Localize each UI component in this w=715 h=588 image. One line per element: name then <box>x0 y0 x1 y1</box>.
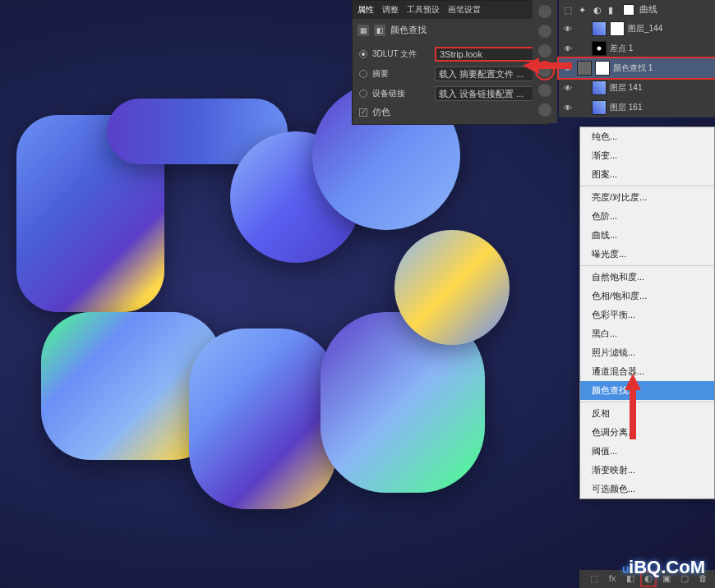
tab-tool-presets[interactable]: 工具预设 <box>407 4 440 16</box>
artwork-shape <box>394 230 510 345</box>
layer-name: 图层_144 <box>628 23 712 34</box>
layer-row[interactable]: 👁差点 1 <box>559 39 715 58</box>
radio-device[interactable] <box>359 90 367 98</box>
swatch-icon[interactable] <box>538 5 551 18</box>
layer-label: 曲线 <box>639 3 657 16</box>
adj-menu-item[interactable]: 颜色查找... <box>580 381 714 400</box>
layer-thumb <box>592 80 607 95</box>
select-3dlut[interactable]: 3Strip.look <box>435 47 542 62</box>
link-icon[interactable]: ⬚ <box>564 5 574 15</box>
tab-brush-settings[interactable]: 画笔设置 <box>448 4 481 16</box>
radio-3dlut[interactable] <box>359 50 367 58</box>
lock-icon[interactable]: ✦ <box>579 5 588 15</box>
visibility-icon[interactable]: 👁 <box>562 84 574 93</box>
lock-icon[interactable]: ◐ <box>593 5 603 15</box>
visibility-icon[interactable]: 👁 <box>562 44 574 53</box>
swatch-icon[interactable] <box>538 25 551 38</box>
adj-menu-item[interactable]: 色彩平衡... <box>580 305 714 324</box>
adj-menu-item[interactable]: 图案... <box>580 165 714 184</box>
properties-panel: 属性 调整 工具预设 画笔设置 ▸≡ ▦ ◧ 颜色查找 3DLUT 文件 3St… <box>352 0 549 125</box>
layer-thumb <box>592 21 607 36</box>
artwork-shape <box>189 328 337 509</box>
radio-abstract[interactable] <box>359 70 367 78</box>
properties-title: 颜色查找 <box>390 24 427 36</box>
layer-mask-thumb <box>595 61 610 76</box>
adj-menu-item[interactable]: 照片滤镜... <box>580 343 714 362</box>
tab-adjustments[interactable]: 调整 <box>382 4 399 16</box>
label-abstract: 摘要 <box>372 68 430 80</box>
layer-name: 图层 141 <box>610 82 712 94</box>
swatch-icon[interactable] <box>538 103 551 117</box>
properties-title-row: ▦ ◧ 颜色查找 <box>353 19 548 41</box>
layer-row[interactable]: 👁图层 161 <box>559 98 715 117</box>
swatch-icon[interactable] <box>538 84 551 97</box>
label-dither: 仿色 <box>372 106 390 118</box>
checkbox-dither[interactable]: ✓ <box>359 108 367 117</box>
adj-menu-item[interactable]: 通道混合器... <box>580 362 714 381</box>
properties-tabs: 属性 调整 工具预设 画笔设置 ▸≡ <box>353 1 548 19</box>
fx-icon[interactable]: fx <box>607 573 618 585</box>
link-icon[interactable]: ⬚ <box>588 573 600 585</box>
adj-menu-item[interactable]: 纯色... <box>580 127 714 146</box>
side-icon-strip <box>533 0 557 123</box>
layer-row[interactable]: 👁图层_144 <box>559 19 715 39</box>
layer-list: 👁图层_144👁差点 1👁颜色查找 1👁图层 141👁图层 161 <box>559 19 715 117</box>
adj-menu-item[interactable]: 曝光度... <box>580 245 714 264</box>
layer-thumb <box>592 100 607 115</box>
label-device: 设备链接 <box>372 88 430 99</box>
layer-thumb <box>577 61 592 76</box>
adj-menu-item[interactable]: 反相 <box>580 404 714 423</box>
layer-name: 图层 161 <box>610 102 712 113</box>
visibility-icon[interactable]: 👁 <box>562 25 574 34</box>
adj-menu-item[interactable]: 色调分离... <box>580 423 714 442</box>
properties-body: 3DLUT 文件 3Strip.look 摘要 载入 摘要配置文件 ... 设备… <box>353 41 548 124</box>
adj-menu-item[interactable]: 可选颜色... <box>580 480 714 498</box>
adj-menu-item[interactable]: 渐变... <box>580 146 714 165</box>
adj-menu-item[interactable]: 黑白... <box>580 324 714 343</box>
swatch-icon[interactable] <box>538 64 551 77</box>
layer-row[interactable]: 👁颜色查找 1 <box>559 58 715 78</box>
layer-row[interactable]: 👁图层 141 <box>559 78 715 98</box>
select-abstract[interactable]: 载入 摘要配置文件 ... <box>435 67 542 81</box>
layer-name: 颜色查找 1 <box>613 62 712 74</box>
adj-menu-item[interactable]: 色阶... <box>580 207 714 226</box>
select-device[interactable]: 载入 设备链接配置 ... <box>435 86 542 101</box>
adj-menu-item[interactable]: 阈值... <box>580 442 714 461</box>
adjustment-menu: 纯色...渐变...图案...亮度/对比度...色阶...曲线...曝光度...… <box>579 126 715 499</box>
visibility-icon[interactable]: 👁 <box>562 103 574 113</box>
adj-menu-item[interactable]: 色相/饱和度... <box>580 287 714 305</box>
layer-name: 差点 1 <box>610 43 712 54</box>
layers-panel: ⬚ ✦ ◐ ▮ 曲线 👁图层_144👁差点 1👁颜色查找 1👁图层 141👁图层… <box>559 0 715 117</box>
watermark: UUiBQ.CoMiBQ.CoM <box>622 557 705 578</box>
tab-properties[interactable]: 属性 <box>358 4 374 16</box>
swatch-icon[interactable] <box>538 44 551 57</box>
fill-icon[interactable]: ▮ <box>608 5 618 15</box>
layer-thumb <box>623 4 634 16</box>
mask-icon: ◧ <box>374 25 385 36</box>
layer-mask-thumb <box>610 21 625 36</box>
adj-menu-item[interactable]: 曲线... <box>580 226 714 245</box>
label-3dlut: 3DLUT 文件 <box>372 48 430 60</box>
adj-menu-item[interactable]: 自然饱和度... <box>580 268 714 287</box>
layer-options-row: ⬚ ✦ ◐ ▮ 曲线 <box>559 0 715 19</box>
layer-thumb <box>592 41 607 56</box>
grid-icon: ▦ <box>358 25 369 36</box>
adj-menu-item[interactable]: 亮度/对比度... <box>580 188 714 207</box>
visibility-icon[interactable]: 👁 <box>562 64 574 73</box>
adj-menu-item[interactable]: 渐变映射... <box>580 461 714 480</box>
